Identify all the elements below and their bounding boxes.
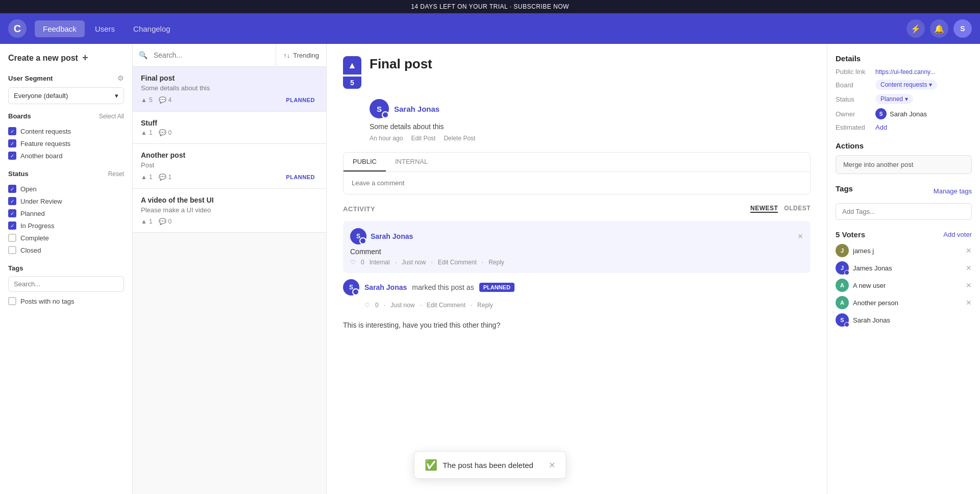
select-all-button[interactable]: Select All bbox=[99, 113, 124, 120]
reply-event-button[interactable]: Reply bbox=[477, 302, 493, 309]
tags-title-right: Tags bbox=[836, 184, 853, 193]
toast-close-button[interactable]: ✕ bbox=[549, 460, 555, 470]
board-checkbox-another[interactable]: ✓ bbox=[8, 152, 16, 160]
voter-james-jonas: J James Jonas ✕ bbox=[836, 261, 972, 275]
no-tags-label: Posts with no tags bbox=[20, 298, 75, 305]
sort-oldest-button[interactable]: OLDEST bbox=[784, 205, 811, 213]
status-pill[interactable]: Planned ▾ bbox=[875, 94, 913, 104]
add-estimated-button[interactable]: Add bbox=[875, 124, 887, 131]
status-checkbox-under-review[interactable]: ✓ bbox=[8, 197, 16, 205]
gear-icon[interactable]: ⚙ bbox=[117, 74, 124, 82]
reply-comment-button[interactable]: Reply bbox=[488, 259, 504, 266]
vote-number: 5 bbox=[343, 77, 361, 89]
voter-sarah-jonas: S Sarah Jonas bbox=[836, 313, 972, 327]
manage-tags-button[interactable]: Manage tags bbox=[934, 187, 972, 195]
main-content: ▲ 5 Final post S Sarah Jonas Some detail… bbox=[327, 44, 827, 494]
board-item-feature[interactable]: ✓ Feature requests bbox=[8, 137, 124, 150]
navbar: C Feedback Users Changelog ⚡ 🔔 S bbox=[0, 13, 980, 44]
comment-heart-icon[interactable]: ♡ bbox=[350, 259, 356, 266]
event-author-name[interactable]: Sarah Jonas bbox=[364, 283, 407, 291]
bell-icon-button[interactable]: 🔔 bbox=[930, 19, 948, 38]
post-item-final[interactable]: Final post Some details about this ▲ 5 💬… bbox=[133, 67, 326, 112]
status-item-open[interactable]: ✓ Open bbox=[8, 183, 124, 195]
voter-name-james-j: james j bbox=[853, 247, 962, 255]
board-checkbox-content[interactable]: ✓ bbox=[8, 127, 16, 135]
tags-title: Tags bbox=[8, 264, 124, 272]
user-segment-select[interactable]: Everyone (default) ▾ bbox=[8, 87, 124, 104]
delete-post-button[interactable]: Delete Post bbox=[444, 135, 475, 142]
add-voter-button[interactable]: Add voter bbox=[943, 231, 972, 238]
comment-tab-internal[interactable]: INTERNAL bbox=[386, 153, 437, 171]
comment-count-final: 💬 4 bbox=[159, 96, 172, 104]
voter-remove-james-jonas[interactable]: ✕ bbox=[966, 264, 972, 272]
nav-tab-changelog[interactable]: Changelog bbox=[125, 20, 179, 37]
post-item-meta-another: ▲ 1 💬 1 PLANNED bbox=[141, 173, 318, 181]
status-reset-button[interactable]: Reset bbox=[108, 170, 124, 178]
sort-newest-button[interactable]: NEWEST bbox=[750, 205, 778, 213]
status-item-under-review[interactable]: ✓ Under Review bbox=[8, 195, 124, 207]
board-label: Board bbox=[836, 81, 871, 89]
voter-remove-new-user[interactable]: ✕ bbox=[966, 281, 972, 289]
event-author-avatar: S bbox=[343, 279, 359, 295]
event-heart-icon[interactable]: ♡ bbox=[364, 302, 370, 309]
user-avatar-button[interactable]: S bbox=[953, 19, 972, 38]
comment-author-name[interactable]: Sarah Jonas bbox=[371, 232, 413, 240]
edit-comment-button[interactable]: Edit Comment bbox=[438, 259, 477, 266]
status-checkbox-planned[interactable]: ✓ bbox=[8, 209, 16, 217]
voter-remove-another-person[interactable]: ✕ bbox=[966, 299, 972, 307]
tags-input-right[interactable] bbox=[836, 203, 972, 220]
post-item-stuff[interactable]: Stuff ▲ 1 💬 0 bbox=[133, 112, 326, 144]
edit-event-button[interactable]: Edit Comment bbox=[427, 302, 465, 309]
posts-no-tags-filter[interactable]: Posts with no tags bbox=[8, 297, 124, 305]
status-checkbox-closed[interactable] bbox=[8, 246, 16, 254]
board-item-another[interactable]: ✓ Another board bbox=[8, 150, 124, 162]
status-item-in-progress[interactable]: ✓ In Progress bbox=[8, 219, 124, 232]
post-item-votes-final: ▲ 5 💬 4 bbox=[141, 96, 172, 104]
trending-button[interactable]: ↑↓ Trending bbox=[276, 44, 326, 66]
posts-list: Final post Some details about this ▲ 5 💬… bbox=[133, 67, 326, 494]
post-item-meta-final: ▲ 5 💬 4 PLANNED bbox=[141, 96, 318, 104]
comment-separator: · bbox=[395, 259, 397, 266]
no-tags-checkbox[interactable] bbox=[8, 297, 16, 305]
nav-tab-feedback[interactable]: Feedback bbox=[35, 20, 85, 37]
posts-search-input[interactable] bbox=[148, 44, 276, 66]
vote-up-button[interactable]: ▲ bbox=[343, 56, 361, 75]
trial-text: 14 DAYS LEFT ON YOUR TRIAL · SUBSCRIBE N… bbox=[411, 3, 569, 10]
status-item-planned[interactable]: ✓ Planned bbox=[8, 207, 124, 219]
comment-separator3: · bbox=[482, 259, 483, 266]
status-checkbox-in-progress[interactable]: ✓ bbox=[8, 221, 16, 230]
comment-tab-public[interactable]: PUBLIC bbox=[344, 153, 386, 171]
tags-search-input[interactable] bbox=[8, 276, 124, 292]
edit-post-button[interactable]: Edit Post bbox=[411, 135, 435, 142]
comment-meta: ♡ 0 Internal · Just now · Edit Comment ·… bbox=[350, 259, 803, 266]
post-item-another[interactable]: Another post Post ▲ 1 💬 1 PLANNED bbox=[133, 144, 326, 189]
nav-tab-users[interactable]: Users bbox=[87, 20, 123, 37]
board-chevron-icon: ▾ bbox=[929, 81, 932, 88]
post-author-name[interactable]: Sarah Jonas bbox=[394, 105, 439, 113]
voter-avatar-james-j: J bbox=[836, 244, 849, 257]
status-checkbox-complete[interactable] bbox=[8, 234, 16, 242]
post-item-video[interactable]: A video of the best UI Please make a UI … bbox=[133, 189, 326, 233]
board-value: Content requests bbox=[880, 81, 927, 88]
status-item-complete[interactable]: Complete bbox=[8, 232, 124, 244]
create-post-button[interactable]: Create a new post + bbox=[8, 52, 124, 64]
comment-input[interactable] bbox=[344, 172, 810, 194]
bolt-icon-button[interactable]: ⚡ bbox=[906, 19, 925, 38]
detail-status: Status Planned ▾ bbox=[836, 94, 972, 104]
post-item-votes-another: ▲ 1 💬 1 bbox=[141, 174, 172, 181]
voter-remove-james-j[interactable]: ✕ bbox=[966, 246, 972, 255]
trending-icon: ↑↓ bbox=[283, 52, 290, 59]
status-section: Status Reset ✓ Open ✓ Under Review ✓ Pla… bbox=[8, 170, 124, 256]
comment-close-icon[interactable]: ✕ bbox=[797, 232, 803, 240]
status-checkbox-open[interactable]: ✓ bbox=[8, 185, 16, 193]
voter-name-james-jonas: James Jonas bbox=[853, 264, 962, 272]
public-link-value[interactable]: https://ui-feed.canny... bbox=[875, 68, 935, 76]
event-separator: · bbox=[384, 302, 385, 309]
board-checkbox-feature[interactable]: ✓ bbox=[8, 139, 16, 147]
status-header: Status Reset bbox=[8, 170, 124, 178]
board-item-content[interactable]: ✓ Content requests bbox=[8, 125, 124, 137]
board-badge[interactable]: Content requests ▾ bbox=[875, 80, 937, 90]
merge-button[interactable]: Merge into another post bbox=[836, 155, 972, 174]
voters-header: 5 Voters Add voter bbox=[836, 230, 972, 239]
status-item-closed[interactable]: Closed bbox=[8, 244, 124, 256]
